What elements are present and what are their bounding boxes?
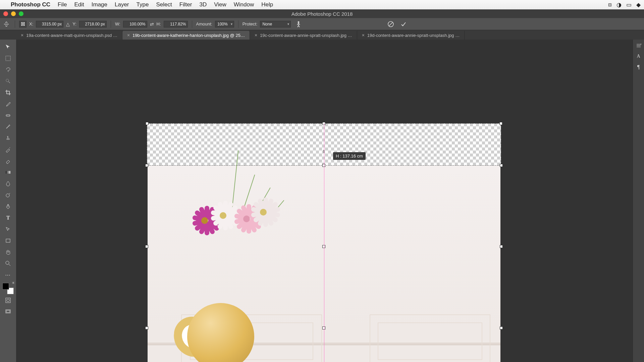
svg-rect-12 [6, 298, 10, 303]
tool-preset-picker[interactable] [2, 20, 11, 28]
workarea: T ⋯ ⤭ [0, 40, 644, 362]
w-label: W: [115, 21, 120, 26]
tab-label: 19c-content-aware-annie-spratt-unsplash.… [260, 33, 352, 38]
pen-tool[interactable] [3, 201, 13, 212]
delta-icon[interactable]: △ [66, 21, 70, 27]
foreground-background-swatches[interactable]: ⤭ [2, 283, 14, 294]
x-label: X: [29, 21, 33, 26]
background-color-swatch[interactable] [7, 288, 14, 294]
commit-transform-button[interactable] [400, 20, 407, 28]
transform-handle[interactable] [499, 122, 502, 125]
type-tool[interactable]: T [3, 213, 13, 223]
menu-layer[interactable]: Layer [115, 1, 129, 8]
spot-heal-tool[interactable] [3, 110, 13, 121]
resize-cursor-icon: ↕ [323, 148, 325, 154]
svg-rect-15 [6, 310, 10, 312]
transform-handle[interactable] [145, 245, 148, 248]
toolbox: T ⋯ ⤭ [0, 40, 16, 362]
menu-view[interactable]: View [214, 1, 226, 8]
menu-image[interactable]: Image [92, 1, 107, 8]
transform-handle[interactable] [146, 122, 149, 125]
commit-group [387, 20, 642, 28]
eyedropper-tool[interactable] [3, 99, 13, 109]
tab-close-icon[interactable]: × [255, 33, 257, 38]
rectangle-tool[interactable] [3, 235, 13, 246]
menu-select[interactable]: Select [156, 1, 172, 8]
document-tab[interactable]: × 19a-content-aware-matt-quinn-unsplash.… [16, 31, 122, 40]
menu-type[interactable]: Type [137, 1, 149, 8]
document-tab[interactable]: × 19d-content-aware-annie-spratt-unsplas… [357, 31, 465, 40]
document-tab[interactable]: × 19b-content-aware-katherine-hanlon-uns… [122, 31, 250, 40]
path-select-tool[interactable] [3, 224, 13, 235]
svg-point-7 [9, 115, 9, 116]
dodge-tool[interactable] [3, 190, 13, 200]
quick-select-tool[interactable] [3, 76, 13, 86]
transform-readout: H : 137.16 cm [333, 152, 366, 160]
siri-tray-icon[interactable]: ◆ [636, 1, 641, 8]
protect-select[interactable]: None [260, 21, 291, 27]
menu-edit[interactable]: Edit [74, 1, 84, 8]
reference-point-grid[interactable] [19, 21, 26, 27]
amount-select[interactable]: 100% [215, 21, 234, 27]
character-panel-icon[interactable]: A [635, 52, 643, 60]
svg-rect-10 [6, 239, 10, 242]
eraser-tool[interactable] [3, 156, 13, 166]
svg-point-0 [298, 21, 300, 23]
transform-handle[interactable] [500, 164, 503, 167]
menu-help[interactable]: Help [261, 1, 273, 8]
document-tab[interactable]: × 19c-content-aware-annie-spratt-unsplas… [250, 31, 357, 40]
menu-app[interactable]: Photoshop CC [11, 1, 50, 8]
vertical-guide[interactable] [324, 123, 324, 362]
transform-handle[interactable] [500, 326, 503, 329]
tab-close-icon[interactable]: × [362, 33, 365, 38]
tab-close-icon[interactable]: × [21, 33, 23, 38]
menu-window[interactable]: Window [234, 1, 254, 8]
tab-label: 19d-content-aware-annie-spratt-unsplash.… [367, 33, 460, 38]
transform-handle[interactable] [145, 326, 148, 329]
menu-filter[interactable]: Filter [179, 1, 192, 8]
tab-label: 19a-content-aware-matt-quinn-unsplash.ps… [26, 33, 117, 38]
x-field[interactable] [36, 21, 63, 27]
zoom-tool[interactable] [3, 258, 13, 269]
transform-handle[interactable] [145, 164, 148, 167]
cc-tray-icon[interactable]: ◑ [616, 1, 622, 8]
h-field[interactable] [164, 21, 188, 27]
more-tools[interactable]: ⋯ [3, 269, 13, 280]
w-field[interactable] [123, 21, 147, 27]
move-tool[interactable] [3, 42, 13, 52]
transform-handle[interactable] [500, 245, 503, 248]
right-panel-dock: A ¶ [633, 40, 644, 362]
display-tray-icon[interactable]: ▭ [626, 1, 632, 8]
lasso-tool[interactable] [3, 64, 13, 75]
canvas-area[interactable]: ↕ H : 137.16 cm [16, 40, 633, 362]
svg-point-13 [7, 299, 9, 302]
document-canvas[interactable]: ↕ H : 137.16 cm [147, 123, 501, 362]
screen-mode-toggle[interactable] [3, 306, 13, 317]
crop-tool[interactable] [3, 87, 13, 98]
gradient-tool[interactable] [3, 167, 13, 178]
menu-3d[interactable]: 3D [199, 1, 207, 8]
history-brush-tool[interactable] [3, 144, 13, 155]
svg-rect-5 [6, 115, 10, 116]
dropbox-tray-icon[interactable]: ⧈ [608, 1, 612, 8]
tab-close-icon[interactable]: × [127, 33, 130, 38]
protect-skin-icon[interactable] [296, 21, 301, 27]
mac-tray: ⧈ ◑ ▭ ◆ [608, 1, 641, 8]
foreground-color-swatch[interactable] [2, 283, 9, 290]
aspect-link-icon[interactable]: ⇄ [150, 21, 154, 27]
mac-menubar: Photoshop CC File Edit Image Layer Type … [0, 0, 644, 9]
menu-file[interactable]: File [58, 1, 67, 8]
svg-point-11 [6, 261, 9, 264]
hand-tool[interactable] [3, 247, 13, 257]
cancel-transform-button[interactable] [387, 20, 394, 28]
paragraph-panel-icon[interactable]: ¶ [635, 63, 643, 71]
brush-tool[interactable] [3, 121, 13, 132]
quick-mask-toggle[interactable] [3, 295, 13, 306]
rect-marquee-tool[interactable] [3, 53, 13, 64]
swap-colors-icon[interactable]: ⤭ [12, 281, 14, 285]
svg-point-9 [6, 194, 9, 197]
y-field[interactable] [79, 21, 107, 27]
blur-tool[interactable] [3, 178, 13, 189]
history-panel-icon[interactable] [635, 42, 643, 50]
clone-stamp-tool[interactable] [3, 133, 13, 143]
